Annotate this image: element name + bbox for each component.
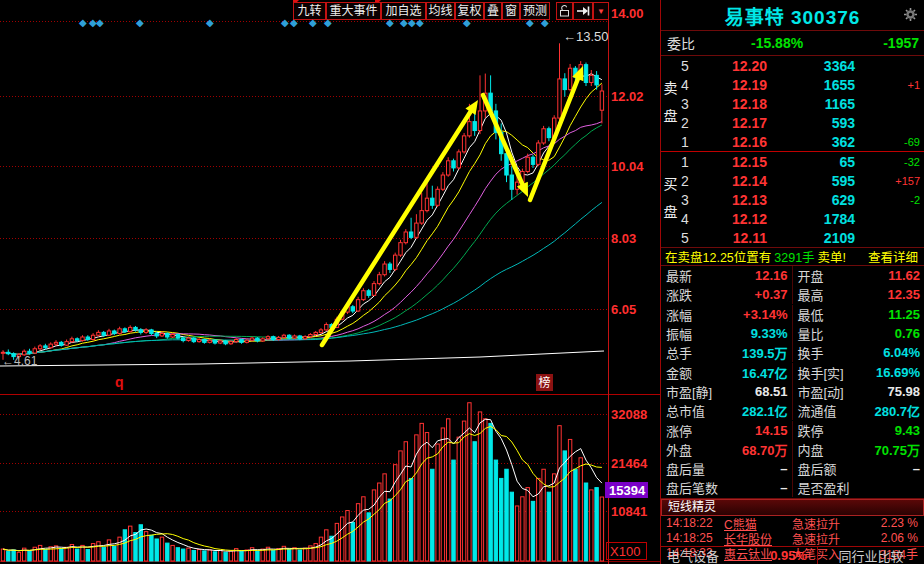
stat-value: 282.1亿 — [705, 401, 787, 420]
alert-time: 14:18:25 — [666, 531, 724, 545]
stats-row: 金额 16.47亿换手[实] 16.69% — [661, 362, 924, 381]
stat-value: 11.25 — [824, 307, 920, 322]
order-volume: 593 — [767, 115, 855, 131]
price-axis-label: 6.05 — [611, 302, 636, 317]
volume-axis-label: 10841 — [611, 504, 647, 519]
stats-row: 最新 12.16开盘 11.62 — [661, 266, 924, 285]
stat-label: 内盘 — [798, 440, 824, 459]
stat-label: 涨跌 — [666, 285, 692, 304]
stat-label: 振幅 — [666, 324, 692, 343]
stats-row: 外盘 68.70万内盘 70.75万 — [661, 440, 924, 459]
buy-row-1[interactable]: 1 12.15 65 -32 — [661, 152, 924, 171]
rank-badge-label[interactable]: 榜 — [539, 375, 551, 390]
stat-value: +3.14% — [692, 307, 787, 322]
stat-label: 外盘 — [666, 440, 692, 459]
alert-row[interactable]: 14:18:22 C熊猫 急速拉升 2.23 % — [661, 516, 924, 531]
order-price: 12.20 — [695, 58, 767, 74]
order-volume: 3364 — [767, 58, 855, 74]
buy-row-3[interactable]: 3 12.13 629 -2 — [661, 190, 924, 209]
alert-time: 14:18:22 — [666, 516, 724, 530]
buy-row-5[interactable]: 5 12.11 2109 — [661, 228, 924, 247]
high-price-marker: ←13.50 — [563, 29, 609, 44]
order-volume: 595 — [767, 173, 855, 189]
level-number: 4 — [681, 77, 695, 93]
stat-value: 70.75万 — [824, 440, 920, 459]
stat-流通值: 流通值 280.7亿 — [793, 401, 924, 420]
order-volume: 2109 — [767, 230, 855, 246]
signal-diamond-icon: ◆ — [408, 17, 416, 29]
order-price: 12.11 — [695, 230, 767, 246]
sell-order-book: 卖盘 5 12.20 3364 4 12.19 1655 +13 12.18 1… — [661, 56, 924, 151]
chart-toolbar: 九转重大事件加自选均线复权叠窗预测▼◆◆◆◆◆◆◆◆◆◆◆◆◆◆◆◆ — [0, 0, 660, 26]
alert-row[interactable]: 14:18:25 长华股份 急速拉升 2.06 % — [661, 531, 924, 546]
gear-icon[interactable] — [903, 7, 918, 26]
sector-name[interactable]: 电气设备 — [667, 546, 719, 564]
stat-跌停: 跌停 9.43 — [793, 421, 924, 440]
weibi-percent: -15.88% — [751, 35, 803, 51]
stat-label: 是否盈利 — [798, 478, 850, 497]
stat-label: 市盈[静] — [666, 382, 712, 401]
toolbar-button-2[interactable]: 重大事件 — [326, 2, 381, 20]
stat-开盘: 开盘 11.62 — [793, 266, 924, 285]
quote-panel: 易事特 300376 委比 -15.88% -1957 卖盘 5 12.20 3… — [660, 0, 924, 564]
alert-value: 2.23 % — [878, 516, 918, 530]
price-axis-label: 8.03 — [611, 231, 636, 246]
long-ma-line — [0, 351, 604, 366]
order-price: 12.15 — [695, 154, 767, 170]
toolbar-button-4[interactable]: 均线 — [426, 2, 455, 20]
weibi-row: 委比 -15.88% -1957 — [661, 31, 924, 56]
notice-suffix: 卖单! — [818, 247, 846, 266]
order-price: 12.13 — [695, 192, 767, 208]
stat-value: 11.62 — [824, 268, 920, 283]
level-number: 4 — [681, 211, 695, 227]
sell-row-3[interactable]: 3 12.18 1165 — [661, 94, 924, 113]
volume-value-badge-text: 15394 — [609, 483, 646, 498]
view-detail-link[interactable]: 查看详细 — [846, 247, 918, 266]
sell-row-2[interactable]: 2 12.17 593 — [661, 113, 924, 132]
stat-最低: 最低 11.25 — [793, 305, 924, 324]
level-number: 5 — [681, 230, 695, 246]
signal-diamond-icon: ◆ — [96, 17, 104, 29]
order-price: 12.17 — [695, 115, 767, 131]
ma-line-ma60 — [3, 202, 602, 354]
order-price: 12.18 — [695, 96, 767, 112]
stat-涨幅: 涨幅 +3.14% — [661, 305, 793, 324]
stats-row: 总手 139.5万换手 6.04% — [661, 343, 924, 362]
order-price: 12.14 — [695, 173, 767, 189]
sell-book-label: 卖盘 — [661, 56, 678, 151]
buy-row-2[interactable]: 2 12.14 595 +157 — [661, 171, 924, 190]
signal-diamond-icon: ◆ — [324, 17, 332, 29]
level-number: 2 — [681, 173, 695, 189]
industry-compare-link[interactable]: 同行业比较 — [818, 546, 924, 564]
stat-value: 9.33% — [692, 326, 787, 341]
order-delta: +1 — [855, 79, 920, 91]
sector-footer-bar: 电气设备 0.95% 同行业比较 — [661, 546, 924, 564]
toolbar-button-7[interactable]: 窗 — [502, 2, 520, 20]
toolbar-button-6[interactable]: 叠 — [484, 2, 502, 20]
sell-row-5[interactable]: 5 12.20 3364 — [661, 56, 924, 75]
level-number: 2 — [681, 115, 695, 131]
stats-row: 总市值 282.1亿流通值 280.7亿 — [661, 401, 924, 420]
buy-row-4[interactable]: 4 12.12 1784 — [661, 209, 924, 228]
stat-value: 9.43 — [824, 423, 920, 438]
volume-axis-label: 32088 — [611, 407, 647, 422]
sell-row-1[interactable]: 1 12.16 362 -69 — [661, 132, 924, 151]
stat-value: 6.04% — [824, 345, 920, 360]
stat-label: 最高 — [798, 285, 824, 304]
order-volume: 362 — [767, 134, 855, 150]
signal-diamond-icon: ◆ — [416, 17, 424, 29]
level-number: 5 — [681, 58, 695, 74]
level-number: 3 — [681, 96, 695, 112]
goto-end-icon[interactable] — [573, 2, 593, 20]
sell-row-4[interactable]: 4 12.19 1655 +1 — [661, 75, 924, 94]
signal-diamond-icon: ◆ — [526, 17, 534, 29]
kline-chart[interactable]: 14.0012.0210.048.036.05320882146410841←1… — [0, 0, 660, 564]
order-volume: 65 — [767, 154, 855, 170]
signal-diamond-icon: ◆ — [309, 17, 317, 29]
order-price: 12.19 — [695, 77, 767, 93]
price-axis-label: 12.02 — [611, 89, 644, 104]
order-delta: +157 — [855, 175, 920, 187]
weibi-label: 委比 — [667, 33, 695, 53]
caret-down-icon[interactable]: ▼ — [593, 2, 609, 20]
open-lock-icon[interactable] — [556, 2, 573, 20]
